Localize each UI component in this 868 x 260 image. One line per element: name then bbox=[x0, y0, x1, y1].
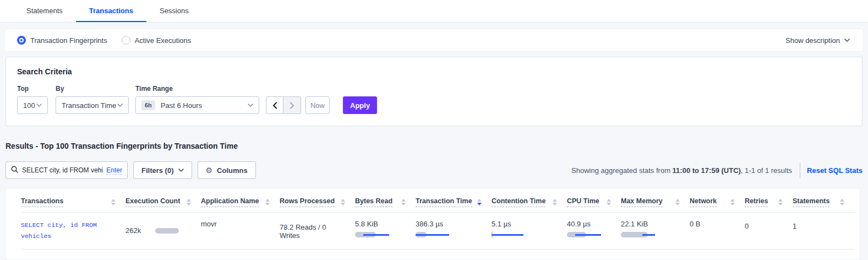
column-header-cpu-time[interactable]: CPU Time bbox=[567, 197, 621, 207]
column-header-bytes-read[interactable]: Bytes Read bbox=[355, 197, 416, 207]
column-header-transactions[interactable]: Transactions bbox=[21, 197, 125, 207]
sort-icon[interactable] bbox=[553, 199, 557, 205]
sort-icon[interactable] bbox=[607, 199, 611, 205]
view-toggle-strip: Transaction Fingerprints Active Executio… bbox=[5, 29, 863, 51]
chevron-down-icon bbox=[117, 102, 123, 108]
vertical-divider bbox=[800, 162, 800, 178]
max-memory-bar bbox=[621, 232, 680, 237]
top-select[interactable]: 100 bbox=[17, 96, 48, 114]
tab-statements[interactable]: Statements bbox=[13, 0, 76, 22]
cell-contention-time: 5.1 µs bbox=[492, 220, 567, 241]
column-header-retries[interactable]: Retries bbox=[745, 197, 793, 207]
cell-statements: 1 bbox=[793, 220, 854, 241]
chevron-down-icon bbox=[844, 37, 850, 43]
show-description-label: Show description bbox=[785, 36, 840, 45]
top-label: Top bbox=[17, 85, 56, 93]
time-range-prev-button[interactable] bbox=[266, 96, 283, 114]
sort-icon[interactable] bbox=[265, 199, 270, 205]
tab-transactions[interactable]: Transactions bbox=[76, 0, 146, 22]
search-enter-button[interactable]: Enter bbox=[106, 166, 122, 175]
search-input-value: SELECT city, id FROM vehicles W bbox=[22, 166, 103, 174]
column-header-contention-time[interactable]: Contention Time bbox=[492, 197, 567, 207]
cell-transaction-fingerprint[interactable]: SELECT city, id FROMvehicles bbox=[21, 220, 125, 241]
chevron-down-icon bbox=[36, 102, 42, 108]
column-header-statements[interactable]: Statements bbox=[793, 197, 854, 207]
radio-label: Transaction Fingerprints bbox=[30, 36, 107, 45]
now-button[interactable]: Now bbox=[305, 96, 330, 114]
radio-label: Active Executions bbox=[135, 36, 192, 45]
column-header-max-memory[interactable]: Max Memory bbox=[621, 197, 690, 207]
search-input[interactable]: SELECT city, id FROM vehicles W Enter bbox=[6, 161, 128, 179]
cell-bytes-read: 5.8 KiB bbox=[355, 220, 416, 241]
by-label: By bbox=[56, 85, 135, 93]
search-icon bbox=[11, 165, 18, 175]
radio-active-executions[interactable]: Active Executions bbox=[122, 36, 192, 45]
filters-button[interactable]: Filters (0) bbox=[133, 161, 192, 179]
execution-count-bar bbox=[155, 228, 179, 234]
cell-application-name: movr bbox=[201, 220, 280, 241]
radio-unselected-icon bbox=[122, 36, 130, 45]
sort-icon[interactable] bbox=[675, 199, 680, 205]
radio-transaction-fingerprints[interactable]: Transaction Fingerprints bbox=[17, 36, 107, 45]
time-range-label: Time Range bbox=[135, 85, 266, 93]
by-select[interactable]: Transaction Time bbox=[56, 96, 129, 114]
reset-sql-stats-link[interactable]: Reset SQL Stats bbox=[807, 166, 862, 175]
column-header-network[interactable]: Network bbox=[690, 197, 745, 207]
cell-retries: 0 bbox=[745, 220, 793, 241]
transaction-time-bar bbox=[416, 232, 482, 237]
time-range-next-button[interactable] bbox=[283, 96, 301, 114]
bytes-read-bar bbox=[355, 232, 406, 237]
columns-button[interactable]: ⚙ Columns bbox=[198, 161, 256, 179]
cell-cpu-time: 40.9 µs bbox=[567, 220, 621, 241]
table-header-row: Transactions Execution Count Application… bbox=[21, 188, 854, 213]
by-select-value: Transaction Time bbox=[62, 101, 116, 110]
results-heading: Results - Top 100 Transaction Fingerprin… bbox=[6, 142, 868, 150]
column-header-application-name[interactable]: Application Name bbox=[201, 197, 280, 207]
gear-icon: ⚙ bbox=[206, 166, 213, 175]
sort-icon[interactable] bbox=[111, 199, 116, 205]
chevron-down-icon bbox=[178, 167, 184, 173]
contention-time-bar bbox=[492, 232, 557, 237]
column-header-transaction-time[interactable]: Transaction Time bbox=[416, 197, 492, 207]
time-range-value: Past 6 Hours bbox=[161, 101, 202, 110]
time-range-arrow-group bbox=[266, 96, 301, 114]
sort-icon[interactable] bbox=[730, 199, 735, 205]
column-header-rows-processed[interactable]: Rows Processed bbox=[280, 197, 355, 207]
sort-icon[interactable] bbox=[187, 199, 191, 205]
sort-desc-icon[interactable] bbox=[477, 199, 482, 205]
transactions-table: Transactions Execution Count Application… bbox=[6, 188, 860, 259]
cell-network: 0 B bbox=[690, 220, 745, 241]
time-range-badge: 6h bbox=[141, 100, 155, 110]
cpu-time-bar bbox=[567, 232, 611, 237]
cell-transaction-time: 386.3 µs bbox=[416, 220, 492, 241]
aggregated-stats-text: Showing aggregated stats from 11:00 to 1… bbox=[571, 166, 792, 175]
time-range-select[interactable]: 6h Past 6 Hours bbox=[135, 96, 259, 114]
radio-selected-icon bbox=[17, 36, 26, 45]
show-description-toggle[interactable]: Show description bbox=[785, 36, 850, 45]
page-tabbar: Statements Transactions Sessions bbox=[0, 0, 868, 23]
sort-icon[interactable] bbox=[401, 199, 406, 205]
cell-max-memory: 22.1 KiB bbox=[621, 220, 690, 241]
column-header-execution-count[interactable]: Execution Count bbox=[125, 197, 201, 207]
columns-label: Columns bbox=[217, 166, 248, 175]
search-criteria-title: Search Criteria bbox=[17, 67, 851, 76]
cell-rows-processed: 78.2 Reads / 0 Writes bbox=[280, 220, 355, 241]
sort-icon[interactable] bbox=[341, 199, 345, 205]
table-row: SELECT city, id FROMvehicles 262k movr 7… bbox=[21, 213, 854, 250]
chevron-down-icon bbox=[248, 102, 253, 108]
tab-sessions[interactable]: Sessions bbox=[146, 0, 202, 22]
filters-label: Filters (0) bbox=[141, 166, 174, 175]
search-criteria-card: Search Criteria Top 100 By Transaction T… bbox=[6, 57, 862, 126]
sort-icon[interactable] bbox=[840, 199, 844, 205]
results-controls-row: SELECT city, id FROM vehicles W Enter Fi… bbox=[6, 161, 862, 179]
top-select-value: 100 bbox=[23, 101, 35, 110]
apply-button[interactable]: Apply bbox=[343, 96, 377, 114]
cell-execution-count: 262k bbox=[125, 220, 201, 241]
sort-icon[interactable] bbox=[778, 199, 783, 205]
